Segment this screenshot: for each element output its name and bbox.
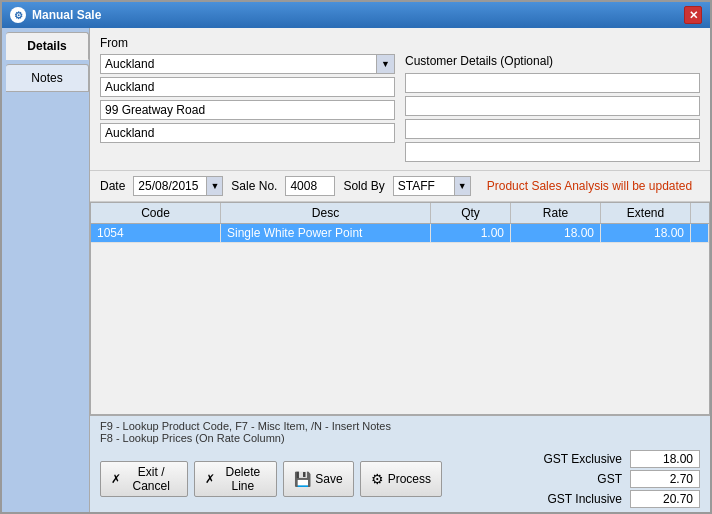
soldby-input[interactable] (394, 178, 454, 194)
footer-buttons: ✗ Exit / Cancel ✗ Delete Line 💾 Save (100, 461, 442, 497)
gst-exclusive-row: GST Exclusive 18.00 (450, 450, 700, 468)
date-label: Date (100, 179, 125, 193)
hint2: F8 - Lookup Prices (On Rate Column) (100, 432, 391, 444)
customer-label: Customer Details (Optional) (405, 54, 700, 68)
close-button[interactable]: ✕ (684, 6, 702, 24)
date-dropdown-arrow[interactable]: ▼ (206, 177, 222, 195)
col-code: Code (91, 203, 221, 223)
cell-code: 1054 (91, 224, 221, 242)
totals-section: GST Exclusive 18.00 GST 2.70 GST Inclusi… (450, 450, 700, 508)
soldby-label: Sold By (343, 179, 384, 193)
saleno-input[interactable] (285, 176, 335, 196)
footer-buttons-row: ✗ Exit / Cancel ✗ Delete Line 💾 Save (90, 446, 710, 512)
customer-details: Customer Details (Optional) (405, 54, 700, 162)
process-icon: ⚙ (371, 471, 384, 487)
cell-extend: 18.00 (601, 224, 691, 242)
table-row[interactable]: 1054 Single White Power Point 1.00 18.00… (91, 224, 709, 243)
address3-input[interactable] (100, 123, 395, 143)
delete-label: Delete Line (219, 465, 266, 493)
tab-details[interactable]: Details (6, 32, 89, 60)
window-icon: ⚙ (10, 7, 26, 23)
date-input-wrap[interactable]: ▼ (133, 176, 223, 196)
customer-line4[interactable] (405, 142, 700, 162)
col-qty: Qty (431, 203, 511, 223)
save-label: Save (315, 472, 342, 486)
analysis-text: Product Sales Analysis will be updated (487, 179, 692, 193)
cell-scroll (691, 224, 709, 242)
gst-inclusive-label: GST Inclusive (522, 492, 622, 506)
left-panel: Details Notes (2, 28, 90, 512)
gst-inclusive-row: GST Inclusive 20.70 (450, 490, 700, 508)
table-body: 1054 Single White Power Point 1.00 18.00… (91, 224, 709, 414)
delete-line-button[interactable]: ✗ Delete Line (194, 461, 277, 497)
city-dropdown[interactable]: ▼ (100, 54, 395, 74)
hint1: F9 - Lookup Product Code, F7 - Misc Item… (100, 420, 391, 432)
city-dropdown-arrow[interactable]: ▼ (376, 55, 394, 73)
saleno-label: Sale No. (231, 179, 277, 193)
from-label: From (100, 36, 700, 50)
date-input[interactable] (134, 178, 206, 194)
customer-line2[interactable] (405, 96, 700, 116)
save-icon: 💾 (294, 471, 311, 487)
exit-label: Exit / Cancel (125, 465, 177, 493)
customer-line1[interactable] (405, 73, 700, 93)
col-rate: Rate (511, 203, 601, 223)
col-desc: Desc (221, 203, 431, 223)
gst-label: GST (522, 472, 622, 486)
tab-notes[interactable]: Notes (6, 64, 89, 92)
gst-value: 2.70 (630, 470, 700, 488)
gst-inclusive-value: 20.70 (630, 490, 700, 508)
soldby-arrow[interactable]: ▼ (454, 177, 470, 195)
right-panel: From ▼ Customer Details (Optional) (90, 28, 710, 512)
product-table: Code Desc Qty Rate Extend 1054 Single Wh… (90, 202, 710, 415)
exit-icon: ✗ (111, 472, 121, 486)
exit-cancel-button[interactable]: ✗ Exit / Cancel (100, 461, 188, 497)
date-section: Date ▼ Sale No. Sold By ▼ Product Sales … (90, 171, 710, 202)
address1-input[interactable] (100, 77, 395, 97)
cell-qty: 1.00 (431, 224, 511, 242)
city-input[interactable] (101, 56, 376, 72)
gst-exclusive-value: 18.00 (630, 450, 700, 468)
from-section: From ▼ Customer Details (Optional) (90, 28, 710, 171)
from-address: ▼ (100, 54, 395, 143)
soldby-wrap[interactable]: ▼ (393, 176, 471, 196)
main-window: ⚙ Manual Sale ✕ Details Notes From ▼ (0, 0, 712, 514)
process-label: Process (388, 472, 431, 486)
footer-hints: F9 - Lookup Product Code, F7 - Misc Item… (90, 416, 710, 446)
col-extend: Extend (601, 203, 691, 223)
cell-desc: Single White Power Point (221, 224, 431, 242)
main-content: Details Notes From ▼ (2, 28, 710, 512)
customer-line3[interactable] (405, 119, 700, 139)
save-button[interactable]: 💾 Save (283, 461, 353, 497)
cell-rate: 18.00 (511, 224, 601, 242)
address2-input[interactable] (100, 100, 395, 120)
delete-icon: ✗ (205, 472, 215, 486)
process-button[interactable]: ⚙ Process (360, 461, 442, 497)
window-title: Manual Sale (32, 8, 101, 22)
gst-exclusive-label: GST Exclusive (522, 452, 622, 466)
gst-row: GST 2.70 (450, 470, 700, 488)
footer-section: F9 - Lookup Product Code, F7 - Misc Item… (90, 415, 710, 512)
title-bar: ⚙ Manual Sale ✕ (2, 2, 710, 28)
col-scroll (691, 203, 709, 223)
table-header: Code Desc Qty Rate Extend (91, 203, 709, 224)
